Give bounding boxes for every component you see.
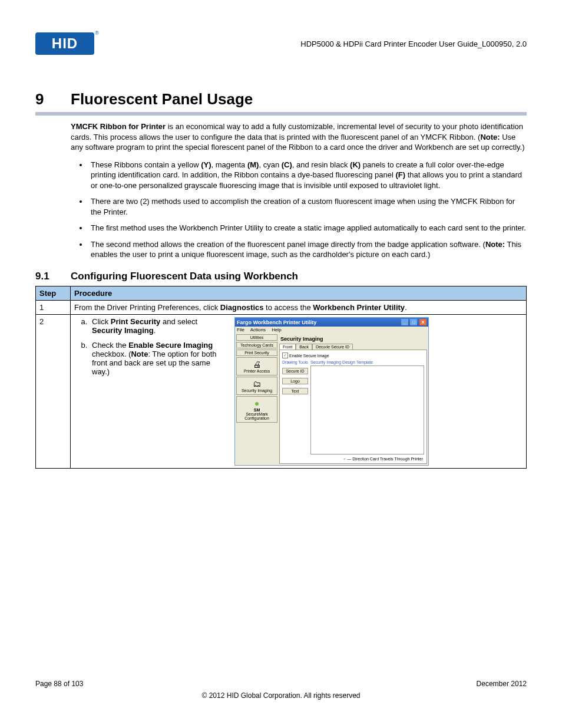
th-procedure: Procedure	[71, 286, 527, 301]
checkbox-icon: ✓	[282, 353, 288, 358]
sidebar: Utilities Technology Cards Print Securit…	[236, 334, 277, 464]
sm-icon: ●	[238, 398, 276, 408]
tab-back[interactable]: Back	[296, 344, 312, 350]
table-row: 1 From the Driver Printing Preferences, …	[36, 301, 527, 315]
sub-number: 9.1	[35, 271, 71, 282]
btn-logo[interactable]: Logo	[282, 378, 308, 384]
btn-text[interactable]: Text	[282, 388, 308, 394]
list-item: The first method uses the Workbench Prin…	[88, 223, 527, 233]
header: HID ® HDP5000 & HDPii Card Printer Encod…	[35, 32, 527, 55]
printer-icon: 🖨	[238, 360, 276, 369]
sub-title: Configuring Fluorescent Data using Workb…	[71, 271, 298, 282]
intro-paragraph: YMCFK Ribbon for Printer is an economica…	[71, 121, 527, 260]
panel-title: Security Imaging	[279, 334, 427, 344]
tab-front[interactable]: Front	[279, 344, 296, 350]
menubar: File Actions Help	[235, 327, 428, 333]
chapter-heading: 9 Fluorescent Panel Usage	[35, 90, 527, 116]
main-panel: Security Imaging Front Back Decode Secur…	[279, 334, 427, 464]
step-number: 1	[36, 301, 71, 315]
maximize-icon[interactable]: □	[410, 319, 417, 325]
enable-secure-image-checkbox[interactable]: ✓ Enable Secure Image	[282, 353, 424, 358]
substep: Click Print Security and select Security…	[90, 317, 227, 335]
template-label: Security Imaging Design Template	[310, 360, 424, 364]
list-item: The second method allows the creation of…	[88, 239, 527, 260]
tab-decode[interactable]: Decode Secure ID	[312, 344, 353, 350]
footer-date: December 2012	[477, 680, 527, 688]
step-number: 2	[36, 315, 71, 469]
menu-file[interactable]: File	[237, 327, 244, 332]
bullet-list: These Ribbons contain a yellow (Y), mage…	[71, 160, 527, 260]
table-row: 2 Click Print Security and select Securi…	[36, 315, 527, 469]
hid-logo: HID	[35, 32, 94, 55]
btn-secure-id[interactable]: Secure ID	[282, 368, 308, 374]
sidebar-utilities[interactable]: Utilities	[236, 334, 277, 341]
doc-title: HDP5000 & HDPii Card Printer Encoder Use…	[300, 39, 527, 48]
drawing-tools: Drawing Tools Secure ID Logo Text	[282, 360, 308, 461]
step-text: From the Driver Printing Preferences, cl…	[71, 301, 527, 315]
list-item: There are two (2) methods used to accomp…	[88, 196, 527, 217]
list-item: These Ribbons contain a yellow (Y), mage…	[88, 160, 527, 191]
sidebar-tech-cards[interactable]: Technology Cards	[236, 342, 277, 348]
card-area: Security Imaging Design Template ←— Dire…	[310, 360, 424, 461]
window-title: Fargo Workbench Printer Utility	[237, 319, 316, 325]
window-titlebar: Fargo Workbench Printer Utility _ □ X	[235, 318, 428, 327]
substep: Check the Enable Secure Imaging checkbox…	[90, 341, 227, 376]
lead-term: YMCFK Ribbon for Printer	[71, 122, 166, 131]
close-icon[interactable]: X	[419, 319, 427, 325]
footer: Page 88 of 103 December 2012 © 2012 HID …	[35, 680, 527, 700]
arrow-icon: ←—	[343, 457, 351, 461]
substep-list: Click Print Security and select Security…	[74, 317, 227, 376]
sidebar-securemark[interactable]: ● SM SecureMark Configuration	[236, 396, 277, 423]
subheading: 9.1 Configuring Fluorescent Data using W…	[35, 271, 527, 282]
copyright: © 2012 HID Global Corporation. All right…	[35, 691, 527, 700]
sidebar-printer-access[interactable]: 🖨 Printer Access	[236, 357, 277, 375]
card-icon: 🗂	[238, 379, 276, 388]
menu-actions[interactable]: Actions	[250, 327, 266, 332]
procedure-table: Step Procedure 1 From the Driver Printin…	[35, 286, 527, 469]
chapter-title: Fluorescent Panel Usage	[71, 90, 253, 108]
menu-help[interactable]: Help	[272, 327, 281, 332]
tab-row: Front Back Decode Secure ID	[279, 344, 427, 350]
logo-wrap: HID ®	[35, 32, 94, 55]
card-canvas[interactable]	[310, 365, 424, 454]
page-number: Page 88 of 103	[35, 680, 83, 688]
screenshot: Fargo Workbench Printer Utility _ □ X Fi…	[234, 317, 429, 466]
tools-label: Drawing Tools	[282, 360, 308, 364]
registered-icon: ®	[95, 30, 99, 36]
sidebar-security-imaging[interactable]: 🗂 Security Imaging	[236, 377, 277, 395]
tab-pane: ✓ Enable Secure Image Drawing Tools Secu…	[279, 350, 427, 464]
minimize-icon[interactable]: _	[401, 319, 408, 325]
sidebar-print-security[interactable]: Print Security	[236, 350, 277, 356]
step-content: Click Print Security and select Security…	[71, 315, 527, 469]
direction-label: ←— Direction Card Travels Through Printe…	[310, 454, 424, 461]
chapter-number: 9	[35, 90, 71, 108]
note-label: Note:	[480, 133, 500, 141]
window-buttons: _ □ X	[401, 319, 427, 325]
th-step: Step	[36, 286, 71, 301]
page: HID ® HDP5000 & HDPii Card Printer Encod…	[0, 0, 562, 728]
